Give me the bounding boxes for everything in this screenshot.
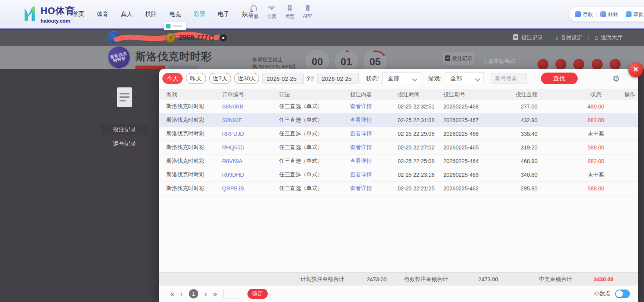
filter-last30-button[interactable]: 近30天 — [234, 73, 259, 84]
modal-close-button[interactable]: × — [628, 62, 643, 77]
filter-yesterday-button[interactable]: 昨天 — [186, 73, 206, 84]
draw-ball — [592, 59, 603, 70]
decimal-point-label: 小数点 — [594, 290, 610, 297]
hide-balance-eye-icon[interactable] — [219, 34, 227, 42]
view-detail-link[interactable]: 查看详情 — [350, 130, 398, 137]
site-logo[interactable]: HO体育 haiouty.com — [22, 5, 75, 24]
gear-icon[interactable]: ⚙ — [612, 75, 620, 83]
table-row: 斯洛伐克时时彩 S0N9JE 任三直选（单式） 查看详情 02-25 22:31… — [159, 114, 638, 127]
page-jump-confirm-button[interactable]: 确定 — [247, 289, 268, 299]
table-row: 斯洛伐克时时彩 QRPBJB 任三直选（单式） 查看详情 02-25 22:21… — [159, 182, 638, 195]
view-detail-link[interactable]: 查看详情 — [350, 158, 398, 165]
deposit-button[interactable]: 存款 — [575, 11, 593, 18]
withdraw-button[interactable]: 取款 — [626, 11, 644, 18]
dropdown-placeholder — [173, 25, 183, 27]
divider — [549, 35, 549, 41]
back-to-lobby-label: 返回大厅 — [601, 34, 623, 41]
menu-item-sports[interactable]: 体育 — [93, 8, 112, 20]
menu-item-home[interactable]: 首页 — [69, 8, 88, 20]
col-action: 操作 — [622, 91, 638, 98]
menu-item-lottery[interactable]: 彩票 — [190, 8, 209, 20]
col-time: 投注时间 — [398, 91, 443, 98]
totals-bar: 计划投注金额合计 2473.00 有效投注金额合计 2473.00 中奖金额合计… — [159, 272, 638, 286]
transfer-button[interactable]: 转账 — [600, 11, 618, 18]
deadline-label: 本期投注截止 — [252, 56, 283, 63]
filter-today-button[interactable]: 今天 — [162, 73, 183, 84]
status-select[interactable]: 全部 — [382, 73, 421, 84]
last-page-button[interactable]: » — [213, 290, 217, 297]
win-total-label: 中奖金额合计 — [539, 276, 572, 283]
order-id-link[interactable]: RHQ65D — [222, 144, 279, 151]
order-id-link[interactable]: R8V69A — [222, 158, 279, 164]
lottery-dropdown-hint[interactable] — [164, 22, 186, 30]
game-title: 斯洛伐克时时彩 — [135, 50, 212, 64]
draw-ball — [537, 59, 548, 70]
first-page-button[interactable]: « — [170, 290, 174, 297]
status-badge: 588.00 — [539, 185, 622, 192]
decimal-point-toggle[interactable] — [615, 290, 630, 298]
modal-sidebar: 投注记录 追号记录 — [101, 69, 148, 149]
order-id-link[interactable]: S0N9JE — [222, 117, 279, 123]
col-order: 订单编号 — [222, 91, 279, 98]
record-document-icon — [117, 87, 132, 107]
decimal-toggle-group: 小数点 — [594, 286, 630, 302]
top-nav: HO体育 haiouty.com 首页 体育 真人 棋牌 电竞 彩票 电子 娱乐 — [0, 0, 644, 28]
game-logo-badge: 斯洛伐克 时时彩 — [105, 44, 133, 71]
coupon-icon: ¥ — [285, 4, 294, 12]
view-detail-link[interactable]: 查看详情 — [350, 117, 398, 124]
game-select-value: 全部 — [450, 75, 462, 82]
sidebar-item-bet-records[interactable]: 投注记录 — [101, 124, 148, 135]
sound-settings-link[interactable]: ♪ 音效设定 — [555, 34, 582, 41]
menu-item-esports[interactable]: 电竞 — [165, 8, 185, 20]
date-from-input[interactable] — [262, 73, 304, 84]
view-detail-link[interactable]: 查看详情 — [350, 171, 398, 178]
sidebar-item-chase-records[interactable]: 追号记录 — [101, 138, 148, 149]
order-id-link[interactable]: R09DHD — [222, 172, 279, 178]
app-download-button[interactable]: APP — [303, 4, 312, 20]
table-row: 斯洛伐克时时彩 RRFDJD 任三直选（单式） 查看详情 02-25 22:29… — [159, 127, 638, 141]
table-row: 斯洛伐克时时彩 R8V69A 任三直选（单式） 查看详情 02-25 22:25… — [159, 155, 638, 168]
period-search-input[interactable] — [491, 73, 527, 84]
current-page-indicator[interactable]: 1 — [189, 289, 198, 298]
order-id-link[interactable]: RRFDJD — [222, 131, 279, 137]
view-detail-link[interactable]: 查看详情 — [350, 103, 398, 110]
handshake-icon — [267, 4, 276, 12]
game-select[interactable]: 全部 — [445, 73, 484, 84]
draw-ball — [555, 59, 566, 70]
status-badge: 未中奖 — [539, 171, 622, 178]
order-id-link[interactable]: S8N0RB — [222, 103, 279, 110]
home-icon: ⌂ — [594, 35, 598, 41]
music-note-icon: ♪ — [555, 35, 558, 41]
customer-service-button[interactable]: 客服 — [249, 4, 258, 20]
prev-page-button[interactable]: ‹ — [180, 290, 183, 297]
col-game: 游戏 — [166, 91, 222, 98]
screen: HO体育 haiouty.com 首页 体育 真人 棋牌 电竞 彩票 电子 娱乐 — [0, 0, 644, 302]
page-jump-input[interactable] — [223, 289, 241, 299]
filter-bar: 今天 昨天 近7天 近30天 到: 状态: 全部 游戏: 全部 查找 — [159, 69, 638, 84]
col-amount: 投注金额 — [504, 91, 539, 98]
menu-item-slots[interactable]: 电子 — [214, 8, 233, 20]
next-page-button[interactable]: › — [205, 290, 207, 297]
menu-item-live[interactable]: 真人 — [117, 8, 137, 20]
status-select-value: 全部 — [388, 75, 399, 82]
quick-label: APP — [303, 13, 312, 19]
search-button[interactable]: 查找 — [541, 73, 578, 84]
table-row: 斯洛伐克时时彩 R09DHD 任三直选（单式） 查看详情 02-25 22:23… — [159, 168, 638, 182]
date-to-input[interactable] — [317, 73, 359, 84]
toggle-knob — [616, 290, 623, 297]
promo-button[interactable]: ¥ 优惠 — [285, 4, 294, 20]
refresh-balance-icon[interactable] — [208, 34, 215, 43]
user-bar: ¥ 2965.777 投注记录 ♪ — [0, 30, 644, 46]
filter-last7-button[interactable]: 近7天 — [209, 73, 231, 84]
wallet-bar: 存款 转账 取款 — [569, 7, 644, 21]
view-detail-link[interactable]: 查看详情 — [350, 185, 398, 192]
view-detail-link[interactable]: 查看详情 — [350, 144, 398, 151]
back-to-lobby-link[interactable]: ⌂ 返回大厅 — [594, 34, 623, 41]
deposit-label: 存款 — [583, 11, 593, 18]
menu-item-cards[interactable]: 棋牌 — [141, 8, 161, 20]
order-id-link[interactable]: QRPBJB — [222, 185, 279, 192]
header-bet-record-button[interactable]: 投注记录 — [443, 52, 474, 65]
partner-button[interactable]: 合营 — [267, 4, 276, 20]
status-badge: 490.00 — [539, 103, 622, 110]
bet-record-link[interactable]: 投注记录 — [513, 34, 543, 42]
